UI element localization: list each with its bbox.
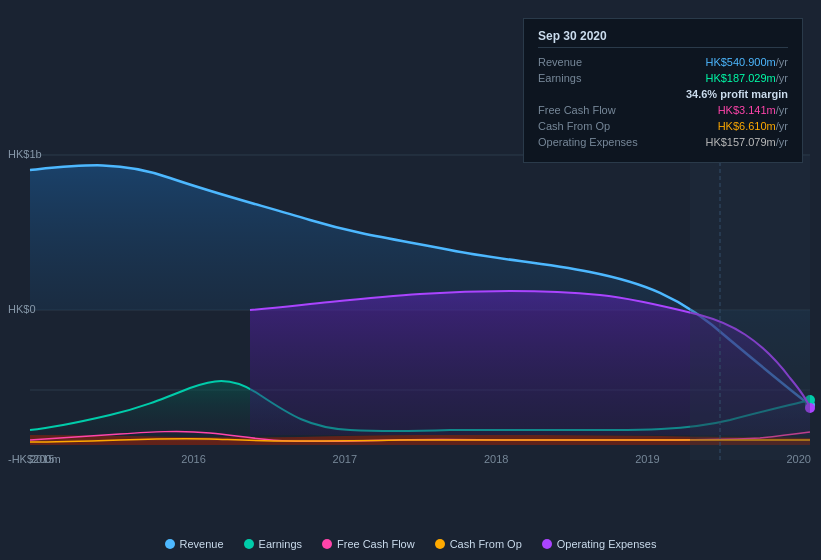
x-label-2018: 2018	[484, 453, 508, 465]
legend-item-fcf[interactable]: Free Cash Flow	[322, 538, 415, 550]
tooltip-row-fcf: Free Cash Flow HK$3.141m/yr	[538, 104, 788, 116]
x-label-2019: 2019	[635, 453, 659, 465]
tooltip-label-earnings: Earnings	[538, 72, 648, 84]
legend-item-earnings[interactable]: Earnings	[244, 538, 302, 550]
legend-label-fcf: Free Cash Flow	[337, 538, 415, 550]
legend-item-cashop[interactable]: Cash From Op	[435, 538, 522, 550]
legend-label-cashop: Cash From Op	[450, 538, 522, 550]
tooltip-row-revenue: Revenue HK$540.900m/yr	[538, 56, 788, 68]
y-label-1b: HK$1b	[8, 148, 42, 160]
x-label-2015: 2015	[30, 453, 54, 465]
legend: Revenue Earnings Free Cash Flow Cash Fro…	[0, 538, 821, 550]
tooltip-value-opex: HK$157.079m/yr	[705, 136, 788, 148]
tooltip-title: Sep 30 2020	[538, 29, 788, 48]
legend-dot-fcf	[322, 539, 332, 549]
tooltip-row-margin: 34.6% profit margin	[538, 88, 788, 100]
tooltip-row-cashop: Cash From Op HK$6.610m/yr	[538, 120, 788, 132]
legend-dot-cashop	[435, 539, 445, 549]
tooltip-label-opex: Operating Expenses	[538, 136, 648, 148]
tooltip-value-fcf: HK$3.141m/yr	[718, 104, 788, 116]
tooltip-label-cashop: Cash From Op	[538, 120, 648, 132]
chart-area: HK$1b HK$0 -HK$200m Sep 30 2020 Revenue …	[0, 0, 821, 510]
legend-dot-earnings	[244, 539, 254, 549]
x-label-2020: 2020	[786, 453, 810, 465]
x-label-2017: 2017	[333, 453, 357, 465]
y-label-0: HK$0	[8, 303, 36, 315]
tooltip: Sep 30 2020 Revenue HK$540.900m/yr Earni…	[523, 18, 803, 163]
tooltip-row-earnings: Earnings HK$187.029m/yr	[538, 72, 788, 84]
tooltip-value-revenue: HK$540.900m/yr	[705, 56, 788, 68]
legend-dot-revenue	[165, 539, 175, 549]
x-axis: 2015 2016 2017 2018 2019 2020	[30, 453, 811, 465]
tooltip-value-cashop: HK$6.610m/yr	[718, 120, 788, 132]
tooltip-row-opex: Operating Expenses HK$157.079m/yr	[538, 136, 788, 148]
legend-label-opex: Operating Expenses	[557, 538, 657, 550]
tooltip-value-earnings: HK$187.029m/yr	[705, 72, 788, 84]
tooltip-label-fcf: Free Cash Flow	[538, 104, 648, 116]
legend-label-earnings: Earnings	[259, 538, 302, 550]
legend-item-revenue[interactable]: Revenue	[165, 538, 224, 550]
x-label-2016: 2016	[181, 453, 205, 465]
tooltip-value-margin: 34.6% profit margin	[686, 88, 788, 100]
legend-label-revenue: Revenue	[180, 538, 224, 550]
legend-item-opex[interactable]: Operating Expenses	[542, 538, 657, 550]
tooltip-label-revenue: Revenue	[538, 56, 648, 68]
svg-rect-8	[690, 155, 810, 460]
legend-dot-opex	[542, 539, 552, 549]
